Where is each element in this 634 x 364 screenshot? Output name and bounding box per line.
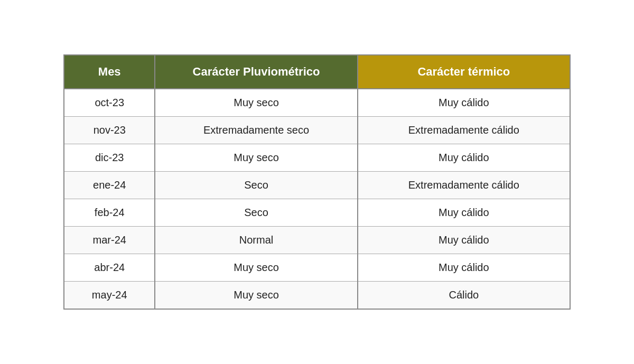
table-wrapper: Mes Carácter Pluviométrico Carácter térm… (63, 54, 571, 310)
table-row: abr-24Muy secoMuy cálido (64, 254, 570, 282)
header-mes: Mes (64, 55, 155, 89)
table-row: oct-23Muy secoMuy cálido (64, 89, 570, 117)
cell-pluvio: Seco (155, 199, 357, 227)
table-row: feb-24SecoMuy cálido (64, 199, 570, 227)
cell-termico: Muy cálido (358, 199, 570, 227)
cell-mes: abr-24 (64, 254, 155, 282)
cell-mes: dic-23 (64, 144, 155, 172)
cell-termico: Cálido (358, 282, 570, 310)
header-termico: Carácter térmico (358, 55, 570, 89)
cell-pluvio: Muy seco (155, 254, 357, 282)
climate-table: Mes Carácter Pluviométrico Carácter térm… (63, 54, 571, 310)
cell-termico: Extremadamente cálido (358, 172, 570, 199)
cell-mes: oct-23 (64, 89, 155, 117)
cell-termico: Extremadamente cálido (358, 117, 570, 144)
cell-mes: may-24 (64, 282, 155, 310)
cell-pluvio: Normal (155, 227, 357, 254)
cell-pluvio: Extremadamente seco (155, 117, 357, 144)
cell-mes: mar-24 (64, 227, 155, 254)
table-header-row: Mes Carácter Pluviométrico Carácter térm… (64, 55, 570, 89)
cell-mes: nov-23 (64, 117, 155, 144)
cell-pluvio: Muy seco (155, 144, 357, 172)
cell-pluvio: Seco (155, 172, 357, 199)
table-row: nov-23Extremadamente secoExtremadamente … (64, 117, 570, 144)
cell-pluvio: Muy seco (155, 89, 357, 117)
cell-termico: Muy cálido (358, 144, 570, 172)
table-row: may-24Muy secoCálido (64, 282, 570, 310)
cell-pluvio: Muy seco (155, 282, 357, 310)
table-row: mar-24NormalMuy cálido (64, 227, 570, 254)
table-row: dic-23Muy secoMuy cálido (64, 144, 570, 172)
cell-termico: Muy cálido (358, 227, 570, 254)
cell-termico: Muy cálido (358, 254, 570, 282)
cell-mes: feb-24 (64, 199, 155, 227)
cell-termico: Muy cálido (358, 89, 570, 117)
header-pluvio: Carácter Pluviométrico (155, 55, 357, 89)
cell-mes: ene-24 (64, 172, 155, 199)
table-row: ene-24SecoExtremadamente cálido (64, 172, 570, 199)
